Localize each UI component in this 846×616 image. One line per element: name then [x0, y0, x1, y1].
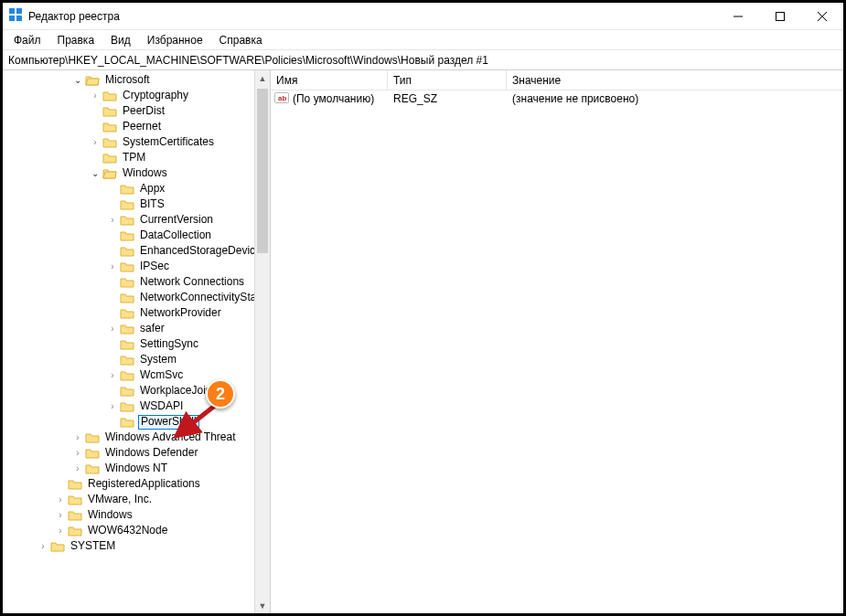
tree-item-label: WSDAPI — [138, 398, 185, 414]
tree-item-tpm[interactable]: TPM — [3, 150, 270, 165]
tree-item-label: Microsoft — [103, 72, 152, 88]
column-type-header[interactable]: Тип — [388, 70, 507, 90]
expander-closed-icon[interactable]: › — [55, 494, 66, 505]
folder-icon — [102, 152, 117, 165]
app-icon — [8, 7, 23, 25]
tree-item-label: BITS — [138, 196, 166, 212]
close-button[interactable] — [801, 3, 843, 30]
tree-item-bits[interactable]: BITS — [3, 196, 270, 212]
menu-favorites[interactable]: Избранное — [140, 32, 210, 48]
tree-item-system[interactable]: System — [3, 352, 270, 367]
tree-item-windows[interactable]: ⌄Windows — [3, 165, 270, 181]
folder-icon — [68, 525, 82, 537]
maximize-button[interactable] — [759, 3, 801, 30]
expander-open-icon[interactable]: ⌄ — [90, 168, 101, 179]
svg-rect-0 — [9, 8, 15, 14]
tree-item-label: VMware, Inc. — [86, 492, 154, 507]
folder-icon — [68, 478, 82, 491]
tree-pane: ⌄Microsoft›CryptographyPeerDistPeernet›S… — [3, 70, 271, 613]
tree-item-label: Appx — [138, 181, 166, 196]
value-data: (значение не присвоено) — [507, 92, 843, 105]
tree-item-peernet[interactable]: Peernet — [3, 119, 270, 134]
column-name-header[interactable]: Имя — [271, 70, 388, 90]
expander-closed-icon[interactable]: › — [90, 90, 101, 101]
scrollbar-thumb[interactable] — [257, 89, 268, 253]
svg-rect-5 — [776, 12, 785, 20]
tree-item-label: EnhancedStorageDevices — [138, 243, 269, 259]
expander-closed-icon[interactable]: › — [90, 137, 101, 148]
tree-item-data_collection[interactable]: DataCollection — [3, 228, 270, 243]
tree-item-windows_adv_threat[interactable]: ›Windows Advanced Threat — [3, 430, 270, 445]
tree-item-peerdist[interactable]: PeerDist — [3, 103, 270, 119]
expander-closed-icon[interactable]: › — [72, 432, 83, 443]
tree-item-label: DataCollection — [138, 228, 213, 243]
tree-item-network_provider[interactable]: NetworkProvider — [3, 305, 270, 321]
tree-item-cryptography[interactable]: ›Cryptography — [3, 88, 270, 103]
tree-item-label-editing[interactable]: PowerShell — [138, 415, 199, 430]
folder-icon — [120, 245, 134, 258]
tree-item-label: Cryptography — [121, 88, 190, 103]
expander-closed-icon[interactable]: › — [107, 370, 118, 381]
window-frame: Редактор реестра Файл Правка Вид Избранн… — [0, 0, 846, 616]
tree-item-enhanced_storage[interactable]: EnhancedStorageDevices — [3, 243, 270, 259]
folder-icon — [68, 494, 82, 506]
folder-icon — [85, 74, 100, 87]
tree-item-system_certificates[interactable]: ›SystemCertificates — [3, 134, 270, 150]
tree-scrollbar[interactable]: ▲ ▼ — [254, 70, 270, 613]
tree-item-label: NetworkConnectivitySta — [138, 290, 258, 305]
tree-item-setting_sync[interactable]: SettingSync — [3, 336, 270, 352]
tree-item-label: Network Connections — [138, 274, 246, 290]
menu-help[interactable]: Справка — [212, 32, 270, 48]
menu-edit[interactable]: Правка — [50, 32, 102, 48]
tree-item-ipsec[interactable]: ›IPSec — [3, 259, 270, 274]
registry-tree[interactable]: ⌄Microsoft›CryptographyPeerDistPeernet›S… — [3, 72, 270, 554]
tree-item-powershell[interactable]: PowerShell — [3, 414, 270, 430]
tree-item-label: RegisteredApplications — [86, 476, 202, 492]
tree-item-label: System — [138, 352, 178, 367]
tree-item-appx[interactable]: Appx — [3, 181, 270, 196]
tree-item-network_connections[interactable]: Network Connections — [3, 274, 270, 290]
svg-rect-3 — [16, 16, 22, 21]
expander-closed-icon[interactable]: › — [107, 261, 118, 272]
tree-item-registered_apps[interactable]: RegisteredApplications — [3, 476, 270, 492]
tree-item-windows_nt[interactable]: ›Windows NT — [3, 461, 270, 476]
expander-closed-icon[interactable]: › — [55, 510, 66, 521]
folder-icon — [50, 540, 65, 553]
tree-item-network_connectivity[interactable]: NetworkConnectivitySta — [3, 290, 270, 305]
expander-closed-icon[interactable]: › — [55, 526, 66, 536]
tree-item-microsoft[interactable]: ⌄Microsoft — [3, 72, 270, 88]
tree-item-label: Peernet — [121, 119, 163, 134]
folder-icon — [102, 90, 117, 102]
expander-closed-icon[interactable]: › — [107, 401, 118, 412]
string-value-icon: ab — [274, 91, 289, 107]
tree-item-vmware[interactable]: ›VMware, Inc. — [3, 492, 270, 507]
details-body: ab (По умолчанию) REG_SZ (значение не пр… — [271, 90, 843, 613]
value-row-default[interactable]: ab (По умолчанию) REG_SZ (значение не пр… — [271, 90, 843, 107]
addressbar[interactable]: Компьютер\HKEY_LOCAL_MACHINE\SOFTWARE\Po… — [3, 50, 843, 70]
expander-closed-icon[interactable]: › — [72, 463, 83, 474]
tree-item-current_version[interactable]: ›CurrentVersion — [3, 212, 270, 228]
tree-item-safer[interactable]: ›safer — [3, 321, 270, 336]
menu-view[interactable]: Вид — [103, 32, 138, 48]
column-value-header[interactable]: Значение — [507, 70, 843, 90]
svg-rect-1 — [16, 8, 22, 14]
tree-item-windows_defender[interactable]: ›Windows Defender — [3, 445, 270, 461]
minimize-button[interactable] — [717, 3, 759, 30]
expander-open-icon[interactable]: ⌄ — [72, 75, 83, 86]
content-area: ⌄Microsoft›CryptographyPeerDistPeernet›S… — [3, 70, 843, 613]
expander-closed-icon[interactable]: › — [37, 541, 48, 552]
tree-item-windows2[interactable]: ›Windows — [3, 507, 270, 523]
expander-closed-icon[interactable]: › — [72, 448, 83, 459]
folder-icon — [102, 121, 117, 133]
expander-closed-icon[interactable]: › — [107, 324, 118, 335]
tree-item-wow64[interactable]: ›WOW6432Node — [3, 523, 270, 538]
tree-item-system2[interactable]: ›SYSTEM — [3, 538, 270, 554]
tree-item-label: safer — [138, 321, 166, 336]
menu-file[interactable]: Файл — [6, 32, 48, 48]
folder-icon — [120, 323, 134, 335]
tree-item-label: Windows Advanced Threat — [103, 430, 238, 445]
tree-item-wcmsvc[interactable]: ›WcmSvc — [3, 367, 270, 383]
tree-item-label: WorkplaceJoin — [138, 383, 213, 398]
expander-closed-icon[interactable]: › — [107, 215, 118, 226]
folder-icon — [120, 338, 134, 351]
